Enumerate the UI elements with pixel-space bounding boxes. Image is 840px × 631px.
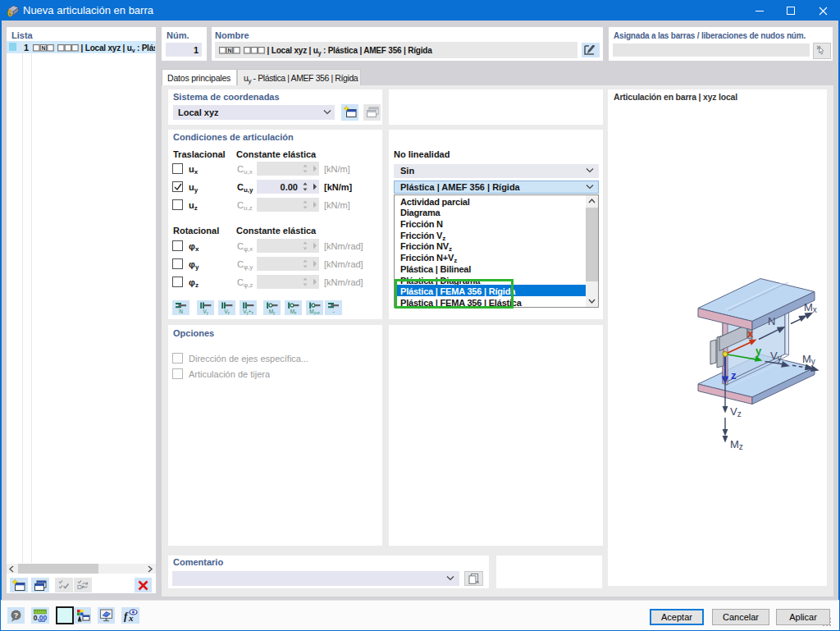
svg-text:y: y (756, 345, 762, 357)
svg-text:?: ? (14, 611, 19, 620)
svg-text:z: z (731, 369, 737, 382)
svg-text:My: My (269, 309, 276, 315)
svg-text:x: x (747, 327, 754, 340)
svg-text:Vy: Vy (203, 309, 208, 315)
svg-text:Mz: Mz (730, 438, 743, 451)
svg-text:Vz: Vz (224, 309, 230, 315)
svg-text:N: N (41, 45, 45, 51)
svg-text:6: 6 (7, 8, 12, 18)
svg-text:My+z: My+z (309, 309, 320, 315)
svg-text:My: My (802, 353, 815, 366)
svg-text:0.00: 0.00 (34, 614, 48, 622)
svg-text:-: - (332, 309, 334, 314)
svg-text:Vy+z: Vy+z (243, 309, 253, 315)
svg-text:Mx: Mx (804, 301, 817, 314)
svg-text:Mz: Mz (290, 309, 297, 315)
svg-text:N: N (768, 315, 775, 327)
svg-text:Vz: Vz (730, 405, 742, 418)
svg-text:N: N (227, 48, 231, 53)
svg-text:N: N (179, 309, 183, 314)
